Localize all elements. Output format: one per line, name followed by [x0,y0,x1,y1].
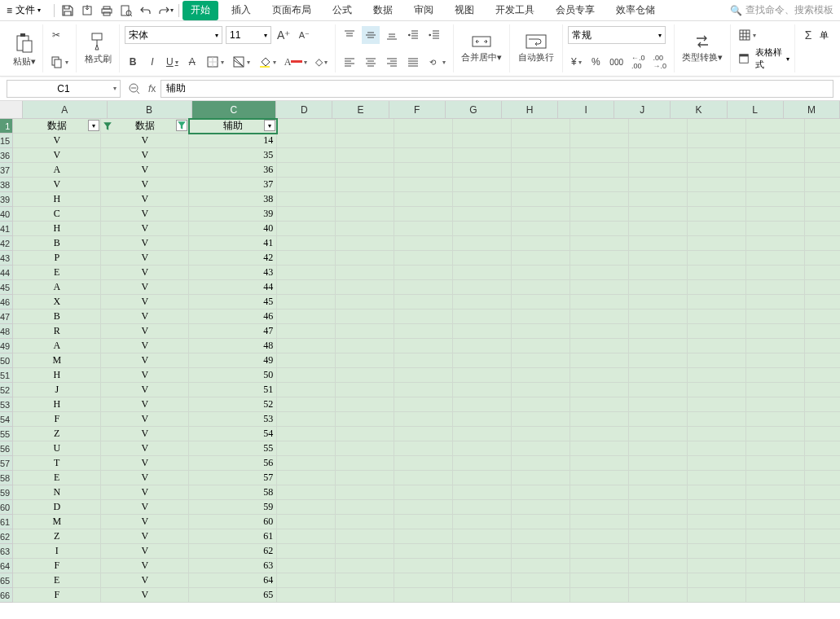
data-cell[interactable]: 54 [189,427,277,441]
empty-cell[interactable] [746,573,805,588]
empty-cell[interactable] [336,310,394,324]
row-header-15[interactable]: 15 [0,134,13,148]
col-header-H[interactable]: H [502,101,558,119]
empty-cell[interactable] [394,353,453,368]
empty-cell[interactable] [746,471,805,485]
data-cell[interactable]: X [13,295,101,310]
empty-cell[interactable] [512,236,570,251]
data-cell[interactable]: V [101,324,189,339]
empty-cell[interactable] [805,280,840,295]
data-cell[interactable]: 55 [189,441,277,456]
empty-cell[interactable] [805,500,840,515]
empty-cell[interactable] [453,295,512,310]
empty-cell[interactable] [453,310,512,324]
data-cell[interactable]: V [13,178,101,192]
print-icon[interactable] [97,2,117,20]
empty-cell[interactable] [805,134,840,148]
align-top-icon[interactable] [341,26,358,44]
empty-cell[interactable] [805,441,840,456]
empty-cell[interactable] [512,368,570,383]
col-header-F[interactable]: F [389,101,446,119]
empty-cell[interactable] [570,383,629,397]
empty-cell[interactable] [277,529,336,544]
data-cell[interactable]: V [101,515,189,529]
empty-cell[interactable] [688,192,746,207]
empty-cell[interactable] [453,266,512,280]
row-header-55[interactable]: 55 [0,427,13,441]
data-cell[interactable]: V [101,412,189,427]
empty-cell[interactable] [805,236,840,251]
empty-cell[interactable] [629,544,688,559]
row-header-57[interactable]: 57 [0,456,13,471]
data-cell[interactable]: 65 [189,588,277,603]
file-menu[interactable]: ≡ 文件 ▾ [7,3,41,17]
data-cell[interactable]: V [101,441,189,456]
data-cell[interactable]: T [13,456,101,471]
empty-cell[interactable] [394,397,453,412]
filter-dropdown-icon[interactable] [176,120,187,131]
empty-cell[interactable] [570,573,629,588]
empty-cell[interactable] [570,515,629,529]
data-cell[interactable]: V [101,251,189,266]
clear-format-button[interactable]: ◇▾ [313,53,330,71]
empty-cell[interactable] [277,236,336,251]
data-cell[interactable]: R [13,324,101,339]
empty-cell[interactable] [570,412,629,427]
row-header-42[interactable]: 42 [0,236,13,251]
tab-view[interactable]: 视图 [446,1,482,20]
empty-cell[interactable] [746,251,805,266]
data-cell[interactable]: V [101,588,189,603]
empty-cell[interactable] [394,441,453,456]
empty-cell[interactable] [629,148,688,163]
data-cell[interactable]: V [101,471,189,485]
empty-cell[interactable] [629,471,688,485]
data-cell[interactable]: V [101,383,189,397]
empty-cell[interactable] [336,295,394,310]
empty-cell[interactable] [277,368,336,383]
empty-cell[interactable] [512,397,570,412]
empty-cell[interactable] [805,485,840,500]
select-all-corner[interactable] [0,101,23,119]
empty-cell[interactable] [336,148,394,163]
empty-cell[interactable] [570,178,629,192]
tab-layout[interactable]: 页面布局 [264,1,319,20]
empty-cell[interactable] [277,397,336,412]
empty-cell[interactable] [394,207,453,222]
empty-cell[interactable] [570,295,629,310]
empty-cell[interactable] [629,456,688,471]
increase-font-icon[interactable]: A⁺ [275,26,292,44]
empty-cell[interactable] [512,163,570,178]
row-header-51[interactable]: 51 [0,368,13,383]
empty-cell[interactable] [688,222,746,236]
data-cell[interactable]: 50 [189,368,277,383]
empty-cell[interactable] [746,295,805,310]
data-cell[interactable]: V [101,427,189,441]
empty-cell[interactable] [746,192,805,207]
empty-cell[interactable] [570,266,629,280]
empty-cell[interactable] [453,207,512,222]
empty-cell[interactable] [453,163,512,178]
export-icon[interactable] [77,2,97,20]
empty-cell[interactable] [805,559,840,573]
empty-cell[interactable] [394,515,453,529]
empty-cell[interactable] [453,339,512,353]
empty-cell[interactable] [629,529,688,544]
empty-cell[interactable] [746,163,805,178]
empty-cell[interactable] [336,383,394,397]
empty-cell[interactable] [629,588,688,603]
data-cell[interactable]: E [13,573,101,588]
empty-cell[interactable] [688,236,746,251]
align-bottom-icon[interactable] [383,26,401,44]
empty-cell[interactable] [688,368,746,383]
empty-cell[interactable] [629,236,688,251]
row-header-53[interactable]: 53 [0,397,13,412]
col-header-D[interactable]: D [276,101,332,119]
empty-cell[interactable] [453,178,512,192]
data-cell[interactable]: B [13,236,101,251]
row-header-64[interactable]: 64 [0,559,13,573]
empty-cell[interactable] [746,588,805,603]
data-cell[interactable]: V [101,529,189,544]
empty-cell[interactable] [805,266,840,280]
empty-cell[interactable] [512,192,570,207]
empty-cell[interactable] [453,544,512,559]
